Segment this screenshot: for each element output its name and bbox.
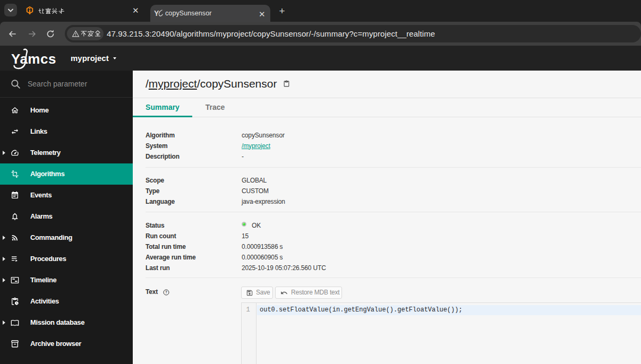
svg-text:?: ?: [165, 290, 167, 294]
